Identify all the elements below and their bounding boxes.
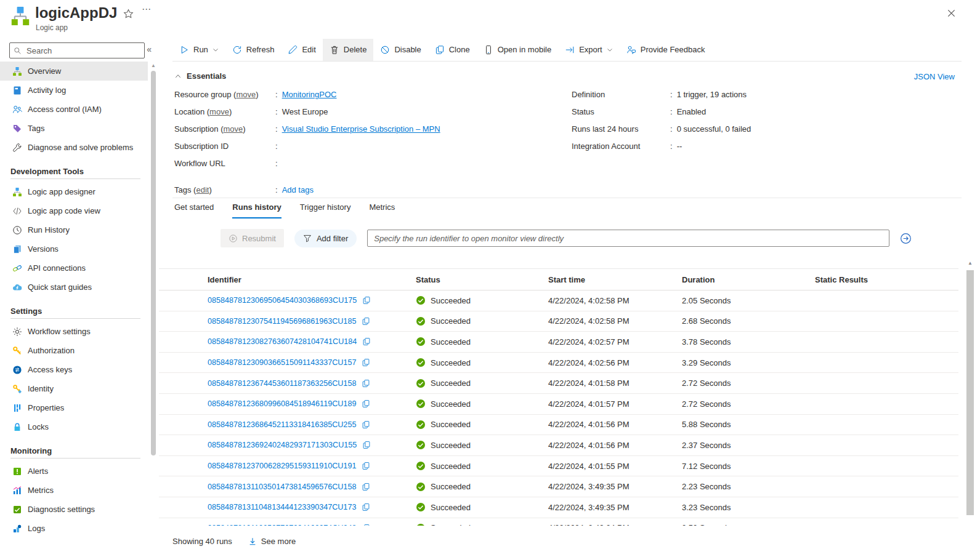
copy-icon[interactable]	[362, 358, 370, 367]
field-value[interactable]: MonitoringPOC	[282, 90, 337, 99]
sidebar-item-versions[interactable]: Versions	[0, 239, 148, 258]
move-link[interactable]: move	[236, 90, 256, 99]
copy-icon[interactable]	[362, 337, 371, 346]
copy-icon[interactable]	[362, 317, 370, 326]
close-icon[interactable]	[947, 9, 956, 18]
column-header-identifier[interactable]: Identifier	[208, 275, 416, 284]
run-identifier-input[interactable]	[367, 230, 889, 247]
run-identifier-link[interactable]: 08584878123680996084518946119CU189	[208, 399, 356, 408]
open-in-mobile-button[interactable]: Open in mobile	[477, 39, 558, 61]
copy-icon[interactable]	[362, 296, 371, 305]
table-row[interactable]: 08584878131104813444123390347CU173Succee…	[159, 497, 958, 518]
sidebar-item-overview[interactable]: Overview	[0, 62, 148, 81]
table-row[interactable]: 08584878123700628295159311910CU191Succee…	[159, 456, 958, 477]
run-identifier-link[interactable]: 08584878123069506454030368693CU175	[208, 296, 357, 305]
resubmit-button[interactable]: Resubmit	[221, 229, 284, 247]
table-row[interactable]: 08584878123692402482937171303CU155Succee…	[159, 435, 958, 456]
run-identifier-link[interactable]: 08584878131104813444123390347CU173	[208, 503, 356, 511]
table-row[interactable]: 08584878123674453601187363256CU158Succee…	[159, 373, 958, 394]
search-input[interactable]	[25, 46, 140, 56]
copy-icon[interactable]	[362, 524, 370, 526]
sidebar-item-activity-log[interactable]: Activity log	[0, 81, 148, 100]
sidebar-scrollbar[interactable]: ▲	[150, 62, 156, 557]
scrollbar-thumb[interactable]	[966, 270, 974, 515]
table-scrollbar[interactable]: ▲	[966, 258, 974, 529]
run-identifier-link[interactable]: 08584878131103501473814596576CU158	[208, 483, 356, 491]
sidebar-item-access-control-iam[interactable]: Access control (IAM)	[0, 100, 148, 119]
move-link[interactable]: move	[224, 124, 243, 134]
edit-button[interactable]: Edit	[281, 39, 322, 61]
field-value[interactable]: Add tags	[282, 185, 314, 194]
sidebar-item-workflow-settings[interactable]: Workflow settings	[0, 322, 148, 341]
sidebar-item-logs[interactable]: Logs	[0, 519, 148, 538]
copy-icon[interactable]	[362, 420, 370, 429]
copy-icon[interactable]	[362, 399, 370, 408]
tab-runs-history[interactable]: Runs history	[232, 202, 281, 218]
column-header-duration[interactable]: Duration	[682, 275, 815, 284]
run-identifier-link[interactable]: 08584878123686452113318416385CU255	[208, 420, 356, 429]
provide-feedback-button[interactable]: Provide Feedback	[620, 39, 712, 61]
scrollbar-thumb[interactable]	[151, 71, 156, 455]
tab-metrics[interactable]: Metrics	[369, 202, 395, 218]
essentials-toggle[interactable]: Essentials	[174, 71, 226, 81]
column-header-start-time[interactable]: Start time	[548, 275, 682, 284]
run-identifier-link[interactable]: 08584878123692402482937171303CU155	[208, 441, 357, 449]
sidebar-item-diagnose-and-solve-problems[interactable]: Diagnose and solve problems	[0, 138, 148, 157]
sidebar-item-api-connections[interactable]: API connections	[0, 258, 148, 278]
tab-trigger-history[interactable]: Trigger history	[300, 202, 351, 218]
sidebar-item-locks[interactable]: Locks	[0, 417, 148, 436]
table-row[interactable]: 08584878123075411945696861963CU185Succee…	[159, 311, 958, 332]
sidebar-item-quick-start-guides[interactable]: Quick start guides	[0, 278, 148, 297]
export-button[interactable]: Export	[558, 39, 620, 61]
sidebar-item-authorization[interactable]: Authorization	[0, 341, 148, 360]
copy-icon[interactable]	[362, 441, 371, 449]
refresh-button[interactable]: Refresh	[225, 39, 281, 61]
collapse-sidebar-button[interactable]: «	[147, 44, 152, 54]
run-identifier-link[interactable]: 08584878123700628295159311910CU191	[208, 462, 356, 470]
sidebar-search[interactable]	[9, 42, 145, 58]
table-row[interactable]: 08584878123090366515091143337CU157Succee…	[159, 353, 958, 374]
column-header-static-results[interactable]: Static Results	[815, 275, 958, 284]
sidebar-item-properties[interactable]: Properties	[0, 398, 148, 417]
sidebar-item-metrics[interactable]: Metrics	[0, 481, 148, 500]
sidebar-item-logic-app-code-view[interactable]: Logic app code view	[0, 201, 148, 220]
sidebar-item-alerts[interactable]: Alerts	[0, 462, 148, 481]
table-row[interactable]: 08584878123069506454030368693CU175Succee…	[159, 291, 958, 311]
more-options-icon[interactable]: ⋯	[142, 4, 152, 15]
sidebar-item-tags[interactable]: Tags	[0, 119, 148, 138]
table-row[interactable]: 08584878131106527707294102974CU248Succee…	[159, 518, 958, 526]
copy-icon[interactable]	[362, 379, 370, 388]
delete-button[interactable]: Delete	[323, 39, 374, 61]
copy-icon[interactable]	[362, 462, 370, 470]
sidebar-item-diagnostic-settings[interactable]: Diagnostic settings	[0, 500, 148, 519]
run-button[interactable]: Run	[172, 39, 225, 61]
go-arrow-icon[interactable]	[900, 233, 912, 244]
disable-button[interactable]: Disable	[373, 39, 427, 61]
add-filter-button[interactable]: Add filter	[294, 230, 357, 247]
column-header-status[interactable]: Status	[416, 275, 548, 284]
field-value[interactable]: Visual Studio Enterprise Subscription – …	[282, 124, 440, 134]
tab-get-started[interactable]: Get started	[174, 202, 214, 218]
scroll-up-icon[interactable]: ▲	[150, 62, 156, 70]
run-identifier-link[interactable]: 08584878131106527707294102974CU248	[208, 524, 356, 526]
table-row[interactable]: 08584878131103501473814596576CU158Succee…	[159, 476, 958, 497]
see-more-button[interactable]: See more	[248, 537, 296, 546]
run-identifier-link[interactable]: 08584878123674453601187363256CU158	[208, 379, 356, 388]
table-row[interactable]: 08584878123686452113318416385CU255Succee…	[159, 415, 958, 436]
copy-icon[interactable]	[362, 483, 370, 491]
sidebar-item-access-keys[interactable]: Access keys	[0, 360, 148, 379]
json-view-link[interactable]: JSON View	[914, 72, 955, 81]
sidebar-item-logic-app-designer[interactable]: Logic app designer	[0, 182, 148, 201]
copy-icon[interactable]	[362, 503, 370, 511]
favorite-star-icon[interactable]	[123, 9, 134, 19]
run-identifier-link[interactable]: 08584878123090366515091143337CU157	[208, 358, 356, 367]
table-row[interactable]: 08584878123082763607428104741CU184Succee…	[159, 332, 958, 353]
scroll-up-icon[interactable]: ▲	[966, 258, 974, 268]
edit-link[interactable]: edit	[196, 185, 209, 194]
clone-button[interactable]: Clone	[428, 39, 477, 61]
table-row[interactable]: 08584878123680996084518946119CU189Succee…	[159, 394, 958, 415]
sidebar-item-identity[interactable]: Identity	[0, 379, 148, 398]
run-identifier-link[interactable]: 08584878123075411945696861963CU185	[208, 317, 356, 326]
move-link[interactable]: move	[209, 107, 229, 116]
run-identifier-link[interactable]: 08584878123082763607428104741CU184	[208, 337, 357, 346]
